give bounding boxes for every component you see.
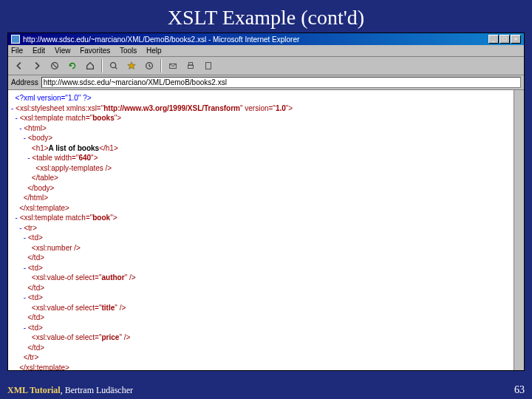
menu-edit[interactable]: Edit xyxy=(33,47,45,55)
svg-rect-7 xyxy=(188,63,192,66)
stop-button[interactable] xyxy=(47,58,63,73)
page-number: 63 xyxy=(514,384,525,396)
menubar: File Edit View Favorites Tools Help xyxy=(8,45,524,57)
window-title: http://www.sdsc.edu/~marciano/XML/DemoB/… xyxy=(23,35,488,44)
slide-title: XSLT Example (cont'd) xyxy=(0,0,532,33)
forward-button[interactable] xyxy=(29,58,45,73)
footer-author: , Bertram Ludäscher xyxy=(61,385,133,395)
address-label: Address xyxy=(11,78,38,86)
footer-bold: XML Tutorial xyxy=(7,385,61,395)
menu-file[interactable]: File xyxy=(11,47,23,55)
back-button[interactable] xyxy=(11,58,27,73)
toolbar xyxy=(8,57,524,75)
browser-window: http://www.sdsc.edu/~marciano/XML/DemoB/… xyxy=(7,33,525,371)
home-button[interactable] xyxy=(82,58,98,73)
maximize-button[interactable]: □ xyxy=(499,35,510,44)
favorites-button[interactable] xyxy=(123,58,140,73)
ie-icon xyxy=(11,35,20,44)
print-button[interactable] xyxy=(183,58,199,73)
menu-view[interactable]: View xyxy=(55,47,71,55)
address-input[interactable] xyxy=(41,77,521,88)
refresh-button[interactable] xyxy=(64,58,81,73)
titlebar: http://www.sdsc.edu/~marciano/XML/DemoB/… xyxy=(8,33,524,45)
footer: XML Tutorial, Bertram Ludäscher 63 xyxy=(0,381,532,399)
edit-button[interactable] xyxy=(200,58,216,73)
svg-line-3 xyxy=(115,67,117,69)
content-area: <?xml version="1.0" ?> - <xsl:stylesheet… xyxy=(8,90,524,370)
svg-rect-6 xyxy=(188,65,194,68)
svg-point-2 xyxy=(111,63,116,68)
mail-button[interactable] xyxy=(165,58,181,73)
minimize-button[interactable]: _ xyxy=(488,35,499,44)
menu-favorites[interactable]: Favorites xyxy=(80,47,110,55)
close-button[interactable]: × xyxy=(511,35,521,44)
svg-rect-8 xyxy=(206,63,211,69)
menu-tools[interactable]: Tools xyxy=(120,47,137,55)
menu-help[interactable]: Help xyxy=(146,47,162,55)
scrollbar[interactable] xyxy=(514,90,524,370)
toolbar-separator xyxy=(101,59,103,72)
addressbar: Address xyxy=(8,75,524,90)
toolbar-separator xyxy=(160,59,162,72)
svg-line-1 xyxy=(52,64,56,67)
history-button[interactable] xyxy=(141,58,157,73)
search-button[interactable] xyxy=(106,58,122,73)
